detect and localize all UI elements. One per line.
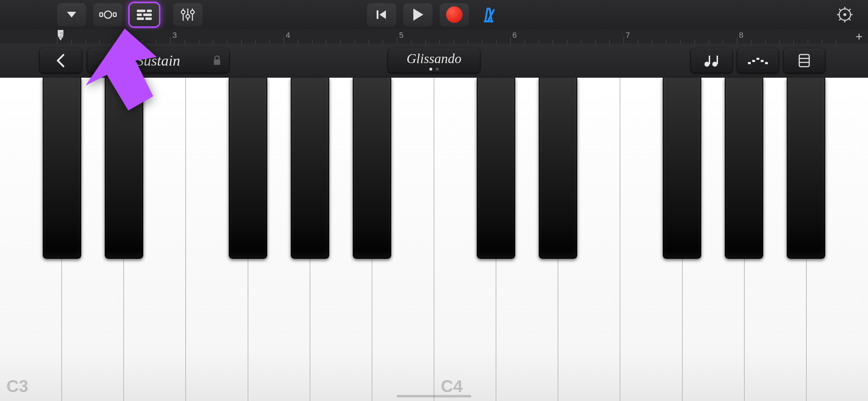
triangle-down-icon	[66, 11, 77, 18]
skip-back-icon	[375, 8, 388, 21]
ruler-bar[interactable]: 7	[624, 29, 737, 43]
svg-rect-38	[752, 60, 755, 62]
black-key[interactable]	[663, 78, 701, 259]
svg-point-11	[181, 10, 185, 14]
svg-rect-1	[100, 13, 103, 16]
instrument-browser-button[interactable]	[57, 3, 86, 26]
svg-marker-0	[67, 12, 76, 17]
svg-rect-16	[377, 10, 378, 19]
svg-point-33	[704, 62, 709, 67]
svg-rect-8	[137, 17, 144, 20]
chevron-left-icon	[56, 53, 66, 68]
svg-line-29	[848, 9, 851, 11]
svg-rect-40	[761, 60, 764, 62]
svg-point-22	[843, 13, 846, 16]
keyboard-control-strip: Sustain Glissando	[0, 43, 868, 78]
top-toolbar	[0, 0, 868, 29]
articulation-label: Glissando	[407, 51, 461, 66]
tracks-icon	[137, 9, 152, 20]
ruler-bar[interactable]: 8	[737, 29, 850, 43]
ruler-bar[interactable]: 3	[170, 29, 284, 43]
svg-point-35	[712, 62, 717, 67]
svg-point-15	[191, 10, 194, 14]
timeline-ruler[interactable]: 2345678+	[0, 29, 868, 43]
arpeggio-icon	[747, 56, 769, 65]
tracks-button[interactable]	[130, 3, 159, 26]
black-key[interactable]	[539, 78, 577, 259]
black-key[interactable]	[477, 78, 515, 259]
svg-rect-4	[137, 10, 145, 12]
svg-rect-7	[143, 14, 152, 16]
svg-point-2	[104, 11, 112, 18]
settings-button[interactable]	[832, 3, 857, 26]
record-icon	[446, 6, 463, 23]
black-key[interactable]	[43, 78, 81, 259]
svg-rect-39	[756, 58, 759, 60]
black-key[interactable]	[105, 78, 143, 259]
ruler-bar[interactable]: 2	[57, 29, 170, 43]
arpeggiator-button[interactable]	[737, 48, 779, 73]
svg-line-30	[839, 18, 841, 20]
black-key[interactable]	[353, 78, 391, 259]
fx-icon	[99, 9, 117, 20]
svg-line-28	[848, 18, 851, 20]
home-indicator	[397, 395, 471, 397]
black-key[interactable]	[787, 78, 825, 259]
svg-marker-17	[379, 10, 386, 19]
gear-icon	[836, 6, 853, 23]
articulation-button[interactable]: Glissando	[388, 48, 480, 73]
svg-rect-3	[113, 13, 116, 16]
ruler-bar[interactable]: 6	[510, 29, 624, 43]
svg-rect-36	[717, 56, 718, 64]
svg-rect-32	[214, 60, 220, 65]
play-button[interactable]	[403, 3, 433, 26]
notes-icon	[703, 53, 720, 68]
keyboard-layout-icon	[798, 53, 811, 68]
fx-button[interactable]	[93, 3, 123, 26]
ruler-bar[interactable]: 4	[284, 29, 397, 43]
keyboard-layout-button[interactable]	[783, 48, 825, 73]
sustain-label: Sustain	[136, 52, 180, 69]
metronome-icon	[480, 6, 497, 24]
svg-rect-41	[765, 62, 768, 64]
svg-rect-9	[145, 17, 152, 20]
svg-rect-37	[748, 62, 751, 64]
svg-point-13	[186, 15, 190, 18]
sustain-button[interactable]: Sustain	[87, 48, 229, 73]
metronome-button[interactable]	[476, 3, 501, 26]
record-button[interactable]	[440, 3, 469, 26]
sliders-icon	[180, 7, 195, 22]
svg-rect-34	[709, 56, 710, 64]
svg-rect-6	[137, 14, 142, 16]
svg-marker-18	[413, 9, 423, 21]
octave-back-button[interactable]	[39, 48, 82, 73]
go-to-beginning-button[interactable]	[367, 3, 396, 26]
chord-strips-button[interactable]	[691, 48, 733, 73]
svg-line-27	[839, 9, 841, 11]
play-icon	[412, 8, 424, 21]
ruler-bar[interactable]: 5	[397, 29, 510, 43]
octave-label: C3	[6, 376, 28, 396]
black-key[interactable]	[291, 78, 329, 259]
octave-label: C4	[441, 376, 463, 396]
add-section-button[interactable]: +	[850, 29, 868, 43]
track-controls-button[interactable]	[173, 3, 202, 26]
lock-icon	[213, 55, 221, 66]
black-key[interactable]	[725, 78, 763, 259]
black-key[interactable]	[229, 78, 267, 259]
svg-rect-5	[147, 10, 152, 12]
page-dots	[429, 68, 439, 71]
svg-rect-42	[799, 55, 809, 67]
piano-keyboard: C3C4	[0, 78, 868, 401]
